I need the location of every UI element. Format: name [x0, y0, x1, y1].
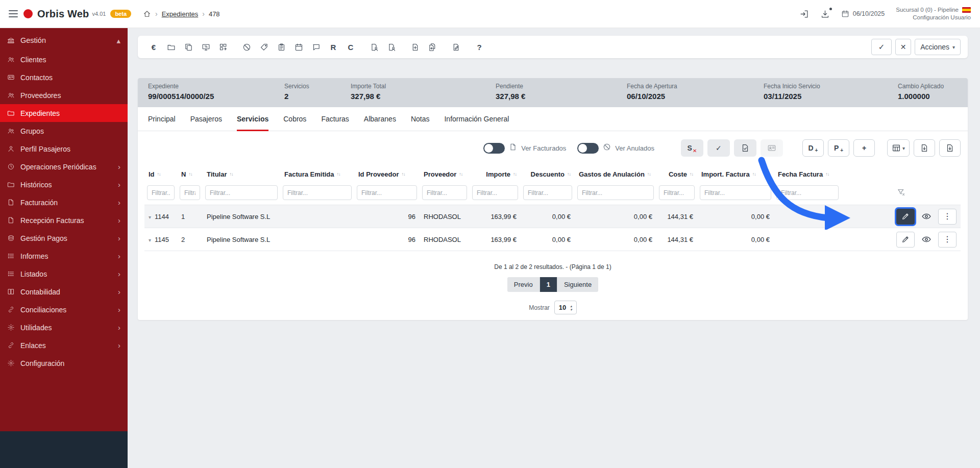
clear-filters-icon[interactable] [897, 188, 905, 196]
download-icon[interactable] [820, 9, 830, 19]
sort-icon[interactable]: ↑↓ [188, 171, 192, 177]
filter-import-factura-input[interactable] [700, 185, 771, 200]
sidebar-item-listados[interactable]: Listados› [0, 265, 128, 283]
tab-cobros[interactable]: Cobros [283, 107, 306, 131]
sidebar-item-recepcion-facturas[interactable]: Recepción Facturas› [0, 211, 128, 229]
sidebar-item-gestion-pagos[interactable]: Gestión Pagos› [0, 229, 128, 247]
tab-principal[interactable]: Principal [148, 107, 176, 131]
col-import-factura[interactable]: Import. Factura↑↓ [697, 165, 774, 183]
sort-icon[interactable]: ↑↓ [337, 171, 340, 177]
sidebar-item-clientes[interactable]: Clientes [0, 51, 128, 68]
ver-anulados-toggle[interactable] [577, 143, 599, 154]
edit-row-button[interactable] [896, 232, 915, 248]
euro-button[interactable]: € [145, 39, 162, 55]
cancel-expediente-button[interactable] [238, 39, 255, 55]
confirm-button[interactable]: ✓ [871, 39, 892, 55]
tab-pasajeros[interactable]: Pasajeros [190, 107, 222, 131]
add-passenger-button[interactable]: P+ [828, 139, 849, 157]
supplier-cancel-button[interactable]: S✕ [681, 139, 703, 157]
sort-icon[interactable]: ↑↓ [647, 171, 651, 177]
c-button[interactable]: C [342, 39, 359, 55]
card-button[interactable] [761, 139, 783, 157]
col-id-proveedor[interactable]: Id Proveedor↑↓ [354, 165, 420, 183]
filter-fecha-factura-input[interactable] [776, 185, 839, 200]
r-button[interactable]: R [325, 39, 342, 55]
filter-gastos-input[interactable] [577, 185, 654, 200]
col-proveedor[interactable]: Proveedor↑↓ [420, 165, 470, 183]
sort-icon[interactable]: ↑↓ [567, 171, 571, 177]
add-service-button[interactable]: + [853, 139, 875, 157]
logout-icon[interactable] [799, 9, 809, 19]
doc-plus-button[interactable] [406, 39, 424, 55]
filter-descuento-input[interactable] [523, 185, 572, 200]
doc-user-button[interactable] [365, 39, 383, 55]
calendar-button[interactable] [290, 39, 307, 55]
docs-plus-button[interactable] [424, 39, 441, 55]
sort-icon[interactable]: ↑↓ [401, 171, 405, 177]
home-icon[interactable] [143, 10, 151, 18]
folder-button[interactable] [162, 39, 180, 55]
filter-titular-input[interactable] [205, 185, 278, 200]
export-button[interactable] [914, 139, 935, 157]
sidebar-item-informes[interactable]: Informes› [0, 247, 128, 265]
filter-importe-input[interactable] [472, 185, 518, 200]
clipboard-button[interactable] [273, 39, 290, 55]
expand-row-icon[interactable]: ▾ [149, 214, 151, 220]
sort-icon[interactable]: ↑↓ [230, 171, 233, 177]
sort-icon[interactable]: ↑↓ [690, 171, 693, 177]
tab-albaranes[interactable]: Albaranes [364, 107, 396, 131]
col-id[interactable]: Id↑↓ [144, 165, 177, 183]
sidebar-item-perfil-pasajeros[interactable]: Perfil Pasajeros [0, 140, 128, 158]
sidebar-item-grupos[interactable]: Grupos [0, 122, 128, 140]
acciones-dropdown[interactable]: Acciones▾ [915, 39, 961, 55]
sidebar-item-configuracion[interactable]: Configuración [0, 354, 128, 372]
sidebar-item-contactos[interactable]: Contactos [0, 68, 128, 86]
col-coste[interactable]: Coste↑↓ [656, 165, 697, 183]
add-discount-button[interactable]: D+ [802, 139, 824, 157]
grid-transfer-button[interactable] [214, 39, 232, 55]
col-fecha-factura[interactable]: Fecha Factura↑↓ [774, 165, 841, 183]
sort-icon[interactable]: ↑↓ [157, 171, 161, 177]
expand-row-icon[interactable]: ▾ [149, 237, 151, 243]
row-menu-button[interactable]: ⋮ [938, 232, 957, 248]
view-row-button[interactable] [919, 232, 934, 248]
filter-factura-emitida-input[interactable] [283, 185, 352, 200]
col-importe[interactable]: Importe↑↓ [470, 165, 521, 183]
filter-id-input[interactable] [147, 185, 175, 200]
doc-edit-button[interactable] [447, 39, 464, 55]
sidebar-item-utilidades[interactable]: Utilidades› [0, 318, 128, 336]
sidebar-item-contabilidad[interactable]: Contabilidad› [0, 283, 128, 301]
help-button[interactable]: ? [471, 39, 488, 55]
tab-servicios[interactable]: Servicios [237, 107, 268, 131]
page-size-select[interactable]: 10 ▴▾ [554, 301, 577, 314]
col-titular[interactable]: Titular↑↓ [203, 165, 280, 183]
sort-icon[interactable]: ↑↓ [752, 171, 756, 177]
copy-button[interactable] [180, 39, 197, 55]
breadcrumb-expedientes[interactable]: Expedientes [162, 10, 199, 18]
filter-proveedor-input[interactable] [422, 185, 467, 200]
monitor-transfer-button[interactable] [197, 39, 214, 55]
filter-id-proveedor-input[interactable] [357, 185, 417, 200]
doc-check-button[interactable] [734, 139, 756, 157]
tab-facturas[interactable]: Facturas [321, 107, 349, 131]
sidebar-item-historicos[interactable]: Históricos› [0, 176, 128, 193]
sidebar-item-operaciones-periodicas[interactable]: Operaciones Periódicas› [0, 158, 128, 176]
current-page-button[interactable]: 1 [540, 277, 557, 292]
sidebar-item-facturacion[interactable]: Facturación› [0, 193, 128, 211]
filter-n-input[interactable] [180, 185, 200, 200]
date-widget[interactable]: 06/10/2025 [841, 10, 885, 18]
sidebar-item-proveedores[interactable]: Proveedores [0, 86, 128, 104]
edit-row-button[interactable] [896, 209, 915, 225]
columns-dropdown[interactable]: ▾ [887, 139, 910, 157]
tab-informacion-general[interactable]: Información General [444, 107, 509, 131]
sidebar-section-gestion[interactable]: Gestión ▴ [0, 30, 128, 51]
discard-button[interactable]: ✕ [895, 39, 911, 55]
sidebar-item-enlaces[interactable]: Enlaces› [0, 336, 128, 354]
menu-icon[interactable] [8, 8, 19, 19]
ver-facturados-toggle[interactable] [483, 143, 505, 154]
sort-icon[interactable]: ↑↓ [513, 171, 517, 177]
previous-page-button[interactable]: Previo [507, 277, 540, 292]
view-row-button[interactable] [919, 209, 934, 225]
col-factura-emitida[interactable]: Factura Emitida↑↓ [280, 165, 354, 183]
tab-notas[interactable]: Notas [411, 107, 430, 131]
